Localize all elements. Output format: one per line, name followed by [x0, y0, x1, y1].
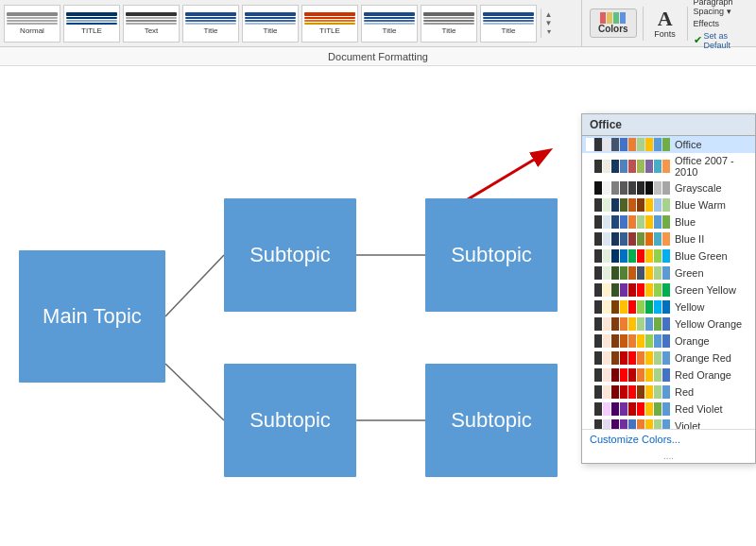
swatch-4-0 — [586, 215, 593, 229]
swatch-6-7 — [645, 249, 653, 263]
swatch-0-4 — [620, 138, 627, 151]
set-default-button[interactable]: ✔ Set as Default — [694, 31, 748, 50]
swatch-3-7 — [645, 198, 653, 212]
swatch-14-5 — [628, 385, 636, 399]
theme-row-3[interactable]: Blue Warm — [582, 196, 755, 213]
swatch-14-4 — [620, 385, 627, 399]
swatch-5-7 — [645, 232, 653, 246]
swatch-14-9 — [662, 385, 670, 399]
theme-row-9[interactable]: Yellow — [582, 299, 755, 316]
theme-name-1: Office 2007 - 2010 — [675, 155, 751, 178]
swatch-1-7 — [645, 160, 653, 173]
swatch-0-2 — [603, 138, 610, 151]
swatch-7-9 — [662, 266, 670, 280]
theme-row-7[interactable]: Green — [582, 264, 755, 282]
swatch-6-4 — [620, 249, 627, 263]
divider-2 — [687, 7, 688, 41]
dots-row: .... — [582, 449, 755, 463]
swatch-15-6 — [637, 402, 644, 416]
swatch-13-0 — [586, 368, 593, 382]
swatch-13-8 — [654, 368, 662, 382]
dropdown-theme-list[interactable]: OfficeOffice 2007 - 2010GrayscaleBlue Wa… — [582, 136, 755, 429]
style-item-title6[interactable]: Title — [421, 5, 477, 43]
theme-row-16[interactable]: Violet — [582, 418, 755, 429]
swatch-5-9 — [662, 232, 670, 246]
theme-swatches-0 — [586, 138, 670, 151]
style-item-label-normal: Normal — [20, 26, 44, 35]
theme-swatches-12 — [586, 351, 670, 365]
customize-colors-label: Customize Colors... — [590, 434, 680, 445]
theme-swatches-3 — [586, 198, 670, 212]
swatch-14-3 — [611, 385, 619, 399]
style-item-title2[interactable]: Title — [182, 5, 239, 43]
swatch-8-2 — [603, 283, 610, 297]
fonts-button[interactable]: A Fonts — [648, 7, 681, 41]
style-item-title[interactable]: TITLE — [63, 5, 120, 43]
colors-button[interactable]: Colors — [590, 9, 637, 38]
effects-label: Effects — [694, 19, 719, 28]
style-item-label-title7: Title — [502, 26, 516, 35]
swatch-4-7 — [645, 215, 653, 229]
swatch-15-3 — [611, 402, 619, 416]
swatch-10-5 — [628, 317, 636, 331]
customize-colors-button[interactable]: Customize Colors... — [582, 429, 755, 449]
dropdown-header-label: Office — [590, 118, 622, 131]
swatch-7-4 — [620, 266, 627, 280]
theme-row-1[interactable]: Office 2007 - 2010 — [582, 153, 755, 179]
swatch-13-2 — [603, 368, 610, 382]
swatch-3-9 — [662, 198, 670, 212]
swatch-11-3 — [611, 334, 619, 348]
checkmark-icon: ✔ — [694, 34, 702, 46]
swatch-16-5 — [628, 419, 636, 429]
paragraph-spacing-button[interactable]: Paragraph Spacing ▾ — [694, 0, 748, 16]
swatch-3-3 — [611, 198, 619, 212]
theme-swatches-9 — [586, 300, 670, 314]
theme-swatches-2 — [586, 181, 670, 195]
swatch-2-7 — [645, 181, 653, 195]
swatch-11-5 — [628, 334, 636, 348]
swatch-13-9 — [662, 368, 670, 382]
style-item-label-title6: Title — [442, 26, 456, 35]
swatch-6-8 — [654, 249, 662, 263]
ribbon-scroll[interactable]: ▲ ▼ ▾ — [541, 9, 556, 38]
theme-row-11[interactable]: Orange — [582, 333, 755, 350]
swatch-3-6 — [637, 198, 644, 212]
theme-row-10[interactable]: Yellow Orange — [582, 316, 755, 333]
swatch-11-0 — [586, 334, 593, 348]
swatch-6-0 — [586, 249, 593, 263]
swatch-9-2 — [603, 300, 610, 314]
theme-row-6[interactable]: Blue Green — [582, 247, 755, 264]
theme-name-13: Red Orange — [675, 369, 731, 381]
swatch-16-3 — [611, 419, 619, 429]
style-item-normal[interactable]: Normal — [4, 5, 60, 43]
swatch-9-6 — [637, 300, 644, 314]
swatch-5-5 — [628, 232, 636, 246]
swatch-4-3 — [611, 215, 619, 229]
theme-row-4[interactable]: Blue — [582, 213, 755, 230]
effects-button[interactable]: Effects — [694, 19, 748, 28]
swatch-0-0 — [586, 138, 593, 151]
theme-swatches-13 — [586, 368, 670, 382]
theme-row-13[interactable]: Red Orange — [582, 367, 755, 384]
theme-row-8[interactable]: Green Yellow — [582, 282, 755, 299]
swatch-16-2 — [603, 419, 610, 429]
swatch-1-0 — [586, 160, 593, 173]
theme-row-12[interactable]: Orange Red — [582, 350, 755, 367]
theme-row-2[interactable]: Grayscale — [582, 179, 755, 196]
style-item-title5[interactable]: Title — [361, 5, 418, 43]
theme-name-10: Yellow Orange — [675, 318, 742, 330]
swatch-8-0 — [586, 283, 593, 297]
swatch-13-6 — [637, 368, 644, 382]
theme-row-14[interactable]: Red — [582, 384, 755, 401]
style-item-title7[interactable]: Title — [480, 5, 537, 43]
style-item-text[interactable]: Text — [123, 5, 180, 43]
style-item-title4[interactable]: TITLE — [301, 5, 358, 43]
divider-1 — [643, 7, 644, 41]
style-item-title3[interactable]: Title — [242, 5, 299, 43]
swatch-7-2 — [603, 266, 610, 280]
theme-row-5[interactable]: Blue II — [582, 230, 755, 247]
swatch-10-2 — [603, 317, 610, 331]
theme-row-0[interactable]: Office — [582, 136, 755, 153]
theme-row-15[interactable]: Red Violet — [582, 401, 755, 418]
ribbon-styles-area: NormalTITLETextTitleTitleTITLETitleTitle… — [0, 0, 581, 46]
